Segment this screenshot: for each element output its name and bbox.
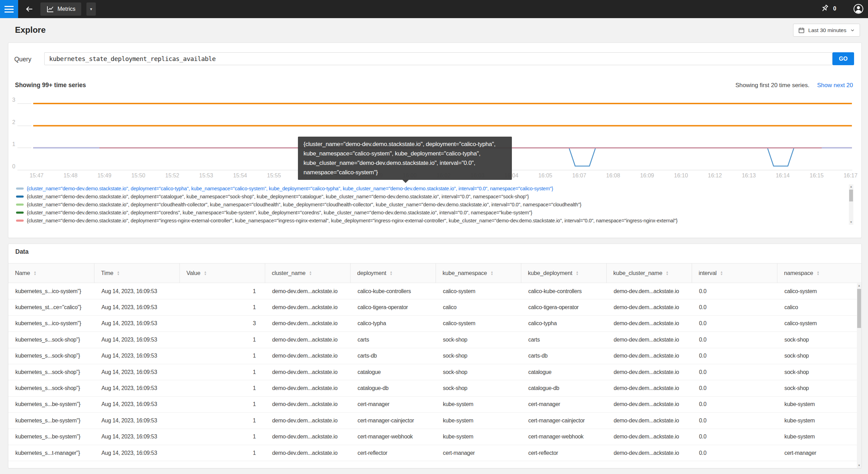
column-header-label: Value <box>186 270 200 276</box>
sort-icon[interactable]: ▲▼ <box>204 271 207 276</box>
cell-kube_cluster_name: demo-dev.dem...ackstate.io <box>607 401 692 407</box>
table-row[interactable]: kubernetes_s...ico-system"}Aug 14, 2023,… <box>8 316 861 332</box>
cell-value: 3 <box>180 320 265 327</box>
cell-time: Aug 14, 2023, 16:09:53 <box>94 320 180 327</box>
sort-icon[interactable]: ▲▼ <box>720 271 723 276</box>
table-row[interactable]: kubernetes_s...sock-shop"}Aug 14, 2023, … <box>8 332 861 348</box>
cell-kube_deployment: carts-db <box>521 353 607 359</box>
column-header-interval[interactable]: interval▲▼ <box>692 263 777 283</box>
column-header-label: kube_deployment <box>528 270 572 276</box>
cell-deployment: carts <box>351 337 436 343</box>
column-header-cluster_name[interactable]: cluster_name▲▼ <box>265 263 351 283</box>
legend-swatch <box>16 212 24 214</box>
cell-value: 1 <box>180 304 265 311</box>
cell-value: 1 <box>180 385 265 391</box>
cell-name: kubernetes_s...sock-shop"} <box>8 369 94 375</box>
cell-value: 1 <box>180 337 265 343</box>
cell-deployment: calico-typha <box>351 320 436 327</box>
column-header-value[interactable]: Value▲▼ <box>180 263 265 283</box>
column-header-name[interactable]: Name▲▼ <box>8 263 94 283</box>
cell-cluster_name: demo-dev.dem...ackstate.io <box>265 304 351 311</box>
legend-swatch <box>16 220 24 222</box>
table-scrollbar[interactable]: ▲ ▼ <box>857 283 861 468</box>
table-row[interactable]: kubernetes_st...ce="calico"}Aug 14, 2023… <box>8 299 861 315</box>
scroll-down-arrow-icon[interactable]: ▼ <box>857 464 861 467</box>
cell-time: Aug 14, 2023, 16:09:53 <box>94 401 180 407</box>
table-row[interactable]: kubernetes_s...ico-system"}Aug 14, 2023,… <box>8 283 861 299</box>
scroll-up-arrow-icon[interactable]: ▲ <box>857 284 861 288</box>
column-header-kube_cluster_name[interactable]: kube_cluster_name▲▼ <box>607 263 692 283</box>
cell-time: Aug 14, 2023, 16:09:53 <box>94 304 180 311</box>
cell-name: kubernetes_st...ce="calico"} <box>8 304 94 311</box>
legend-item[interactable]: {cluster_name="demo-dev.demo.stackstate.… <box>8 200 846 208</box>
cell-kube_namespace: sock-shop <box>436 337 521 343</box>
cell-name: kubernetes_s...sock-shop"} <box>8 337 94 343</box>
cell-kube_deployment: cert-reflector <box>521 450 607 456</box>
table-row[interactable]: kubernetes_s...t-manager"}Aug 14, 2023, … <box>8 445 861 461</box>
cell-kube_deployment: cert-manager <box>521 401 607 407</box>
tooltip-caret <box>402 180 409 183</box>
cell-interval: 0.0 <box>692 288 777 295</box>
cell-namespace: kube-system <box>777 418 861 424</box>
cell-kube_cluster_name: demo-dev.dem...ackstate.io <box>607 450 692 456</box>
legend-item[interactable]: {cluster_name="demo-dev.demo.stackstate.… <box>8 208 846 216</box>
legend-item[interactable]: {cluster_name="demo-dev.demo.stackstate.… <box>8 216 846 224</box>
cell-kube_namespace: sock-shop <box>436 369 521 375</box>
cell-cluster_name: demo-dev.dem...ackstate.io <box>265 434 351 440</box>
cell-value: 1 <box>180 434 265 440</box>
legend-swatch <box>16 204 24 206</box>
sort-icon[interactable]: ▲▼ <box>666 271 669 276</box>
column-header-kube_namespace[interactable]: kube_namespace▲▼ <box>436 263 521 283</box>
legend-scrollbar[interactable]: ▲ ▼ <box>849 184 853 225</box>
metrics-explore-screen: Metrics ▾ 0 Explore Last 30 minutes Quer… <box>0 0 868 474</box>
cell-cluster_name: demo-dev.dem...ackstate.io <box>265 385 351 391</box>
column-header-deployment[interactable]: deployment▲▼ <box>351 263 436 283</box>
cell-kube_cluster_name: demo-dev.dem...ackstate.io <box>607 353 692 359</box>
column-header-time[interactable]: Time▲▼ <box>94 263 180 283</box>
cell-interval: 0.0 <box>692 418 777 424</box>
sort-icon[interactable]: ▲▼ <box>390 271 392 276</box>
column-header-kube_deployment[interactable]: kube_deployment▲▼ <box>521 263 607 283</box>
table-row[interactable]: kubernetes_s...sock-shop"}Aug 14, 2023, … <box>8 364 861 380</box>
table-row[interactable]: kubernetes_s...be-system"}Aug 14, 2023, … <box>8 429 861 445</box>
cell-deployment: catalogue <box>351 369 436 375</box>
cell-kube_cluster_name: demo-dev.dem...ackstate.io <box>607 320 692 327</box>
sort-icon[interactable]: ▲▼ <box>490 271 493 276</box>
cell-name: kubernetes_s...be-system"} <box>8 418 94 424</box>
cell-deployment: carts-db <box>351 353 436 359</box>
table-body: kubernetes_s...ico-system"}Aug 14, 2023,… <box>8 283 861 461</box>
tooltip-line: namespace="calico-system"} <box>304 168 506 177</box>
legend-label: {cluster_name="demo-dev.demo.stackstate.… <box>27 194 529 199</box>
sort-icon[interactable]: ▲▼ <box>309 271 312 276</box>
scroll-down-arrow-icon[interactable]: ▼ <box>849 221 853 224</box>
cell-interval: 0.0 <box>692 369 777 375</box>
sort-icon[interactable]: ▲▼ <box>117 271 120 276</box>
table-row[interactable]: kubernetes_s...be-system"}Aug 14, 2023, … <box>8 397 861 413</box>
cell-cluster_name: demo-dev.dem...ackstate.io <box>265 369 351 375</box>
cell-name: kubernetes_s...sock-shop"} <box>8 385 94 391</box>
column-header-label: kube_namespace <box>443 270 487 276</box>
sort-icon[interactable]: ▲▼ <box>817 271 820 276</box>
column-header-label: namespace <box>784 270 813 276</box>
cell-namespace: sock-shop <box>777 385 861 391</box>
column-header-namespace[interactable]: namespace▲▼ <box>777 263 861 283</box>
sort-icon[interactable]: ▲▼ <box>576 271 578 276</box>
cell-kube_cluster_name: demo-dev.dem...ackstate.io <box>607 369 692 375</box>
cell-value: 1 <box>180 450 265 456</box>
cell-interval: 0.0 <box>692 337 777 343</box>
cell-time: Aug 14, 2023, 16:09:53 <box>94 385 180 391</box>
legend-scrollbar-thumb[interactable] <box>849 190 853 201</box>
cell-name: kubernetes_s...ico-system"} <box>8 288 94 295</box>
legend-item[interactable]: {cluster_name="demo-dev.demo.stackstate.… <box>8 184 846 192</box>
table-row[interactable]: kubernetes_s...be-system"}Aug 14, 2023, … <box>8 413 861 429</box>
sort-icon[interactable]: ▲▼ <box>33 271 36 276</box>
cell-namespace: calico <box>777 304 861 311</box>
cell-kube_namespace: calico <box>436 304 521 311</box>
cell-value: 1 <box>180 369 265 375</box>
table-scrollbar-thumb[interactable] <box>857 289 861 328</box>
legend-item[interactable]: {cluster_name="demo-dev.demo.stackstate.… <box>8 192 846 200</box>
table-row[interactable]: kubernetes_s...sock-shop"}Aug 14, 2023, … <box>8 380 861 396</box>
table-row[interactable]: kubernetes_s...sock-shop"}Aug 14, 2023, … <box>8 348 861 364</box>
cell-deployment: cert-manager <box>351 401 436 407</box>
scroll-up-arrow-icon[interactable]: ▲ <box>849 185 853 189</box>
